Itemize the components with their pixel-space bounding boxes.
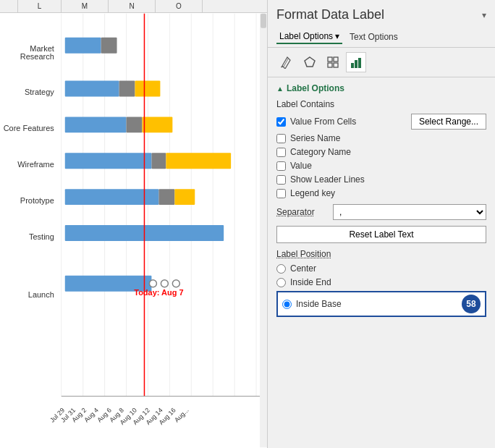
svg-rect-19 [65,38,101,54]
svg-rect-22 [119,81,135,97]
svg-rect-59 [334,63,338,67]
svg-rect-62 [358,58,361,68]
section-collapse-arrow: ▲ [276,85,284,93]
svg-rect-20 [101,38,117,54]
reset-label-text-button[interactable]: Reset Label Text [276,226,486,243]
col-l-header: L [18,0,62,12]
svg-point-36 [161,280,168,287]
column-headers: L M N O [0,0,267,13]
label-contains-label: Label Contains [276,99,486,109]
category-name-row: Category Name [276,147,486,157]
pentagon-icon [303,56,316,69]
inside-base-label: Inside Base [296,299,342,309]
inside-end-radio[interactable] [276,278,286,287]
icon-bar [268,48,495,77]
pentagon-icon-btn[interactable] [300,52,320,72]
svg-rect-25 [127,117,143,132]
col-n-header: N [109,0,156,12]
show-leader-lines-row: Show Leader Lines [276,174,486,185]
inside-end-radio-row: Inside End [276,277,486,287]
legend-key-checkbox[interactable] [276,189,286,198]
size-properties-icon-btn[interactable] [323,52,343,72]
center-radio[interactable] [276,264,286,274]
svg-rect-56 [328,57,332,62]
legend-key-label: Legend key [290,188,335,198]
paint-bucket-icon [280,56,293,69]
panel-dropdown-icon[interactable]: ▾ [482,10,486,20]
svg-text:Research: Research [20,52,54,61]
panel-body: ▲ Label Options Label Contains Value Fro… [268,77,495,448]
svg-rect-58 [328,63,332,67]
col-o-header: O [156,0,203,12]
panel-title: Format Data Label [276,7,384,22]
badge-58: 58 [462,295,481,313]
svg-text:Testing: Testing [29,232,54,241]
value-from-cells-checkbox[interactable] [276,117,286,127]
row-num-header [0,0,18,12]
tab-label-options[interactable]: Label Options ▾ [276,30,342,44]
svg-point-35 [149,280,156,287]
svg-rect-26 [142,117,172,132]
svg-rect-53 [261,14,266,28]
show-leader-lines-checkbox[interactable] [276,175,286,185]
value-checkbox[interactable] [276,161,286,171]
center-label: Center [290,263,316,274]
svg-marker-55 [305,57,315,67]
series-name-row: Series Name [276,133,486,143]
svg-text:Strategy: Strategy [25,88,54,97]
svg-rect-21 [65,81,119,97]
svg-rect-52 [260,14,267,447]
tab-text-options[interactable]: Text Options [347,30,401,43]
svg-rect-61 [355,60,358,68]
svg-rect-57 [334,57,338,62]
svg-rect-31 [158,189,174,205]
svg-text:Launch: Launch [28,290,54,299]
svg-point-37 [172,280,179,287]
separator-label: Separator [276,207,327,217]
series-name-checkbox[interactable] [276,134,286,143]
value-label: Value [290,161,312,171]
label-position-label: Label Position [276,249,486,259]
value-from-cells-label: Value From Cells [290,117,356,127]
show-leader-lines-label: Show Leader Lines [290,174,365,185]
bar-chart-icon [350,56,363,69]
tab-label-options-chevron: ▾ [335,31,339,41]
series-name-label: Series Name [290,133,340,143]
panel-header: Format Data Label ▾ [268,0,495,27]
svg-rect-29 [166,153,231,169]
label-options-icon-btn[interactable] [346,52,366,72]
svg-text:Wireframe: Wireframe [17,160,54,169]
value-row: Value [276,161,486,171]
separator-row: Separator , [276,204,486,220]
svg-rect-28 [151,153,166,169]
col-m-header: M [62,0,109,12]
label-options-section-header: ▲ Label Options [276,83,486,93]
inside-end-label: Inside End [290,277,331,287]
legend-key-row: Legend key [276,188,486,198]
separator-select[interactable]: , [333,204,486,220]
category-name-label: Category Name [290,147,351,157]
svg-rect-32 [174,189,195,205]
chart-area: L M N O Market Research Strategy Core Fe… [0,0,268,448]
gantt-chart: Market Research Strategy Core Features W… [0,13,267,448]
svg-rect-23 [135,81,160,97]
svg-text:Core Features: Core Features [4,124,55,132]
svg-rect-24 [65,117,127,132]
gantt-svg: Market Research Strategy Core Features W… [0,13,267,448]
format-data-label-panel: Format Data Label ▾ Label Options ▾ Text… [268,0,495,448]
svg-rect-60 [351,63,354,68]
svg-text:Prototype: Prototype [20,196,54,205]
svg-rect-27 [65,153,152,169]
value-from-cells-row: Value From Cells Select Range... [276,114,486,130]
inside-base-row: Inside Base 58 [276,291,486,317]
size-properties-icon [326,56,339,69]
tab-row: Label Options ▾ Text Options [268,27,495,48]
paint-bucket-icon-btn[interactable] [276,52,297,72]
select-range-button[interactable]: Select Range... [411,114,486,130]
category-name-checkbox[interactable] [276,148,286,157]
svg-text:Today: Aug 7: Today: Aug 7 [134,288,183,297]
center-radio-row: Center [276,263,486,274]
inside-base-radio[interactable] [282,300,292,309]
